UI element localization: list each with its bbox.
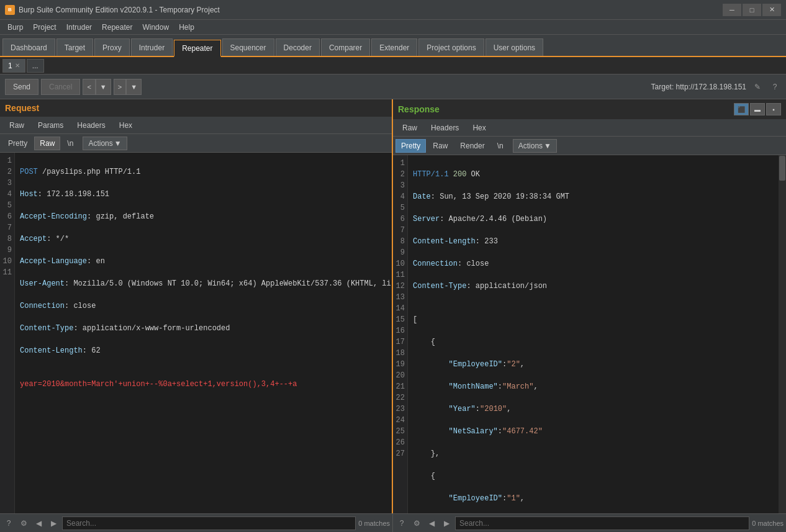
close-tab-1-icon[interactable]: ✕	[15, 62, 20, 69]
request-tab-raw[interactable]: Raw	[2, 119, 31, 132]
response-search-input[interactable]	[455, 516, 749, 530]
request-header: Request	[0, 99, 392, 117]
request-search-settings-icon[interactable]: ⚙	[17, 517, 30, 530]
tab-sequencer[interactable]: Sequencer	[222, 38, 274, 56]
tab-proxy[interactable]: Proxy	[94, 38, 130, 56]
actions-dropdown-icon: ▼	[114, 139, 122, 148]
response-tab-raw[interactable]: Raw	[395, 121, 424, 135]
view-single-button[interactable]: ▪	[766, 103, 781, 115]
response-search-area: ? ⚙ ◀ ▶ 0 matches	[393, 514, 786, 532]
send-button[interactable]: Send	[5, 79, 38, 95]
tab-decoder[interactable]: Decoder	[276, 38, 320, 56]
response-code-content[interactable]: HTTP/1.1 200 OK Date: Sun, 13 Sep 2020 1…	[408, 155, 786, 513]
tab-target[interactable]: Target	[56, 38, 93, 56]
tab-repeater[interactable]: Repeater	[174, 40, 220, 57]
response-matches-label: 0 matches	[752, 520, 784, 527]
request-code-area[interactable]: 1 2 3 4 5 6 7 8 9 10 11 POST /payslips.p…	[0, 153, 392, 513]
response-panel: Response ⬛ ▬ ▪ Raw Headers Hex Pretty Ra…	[393, 99, 786, 513]
edit-target-button[interactable]: ✎	[751, 81, 764, 93]
request-tab-headers[interactable]: Headers	[70, 119, 112, 132]
nav-prev-group: < ▼	[83, 79, 111, 95]
request-search-next-icon[interactable]: ▶	[47, 517, 60, 530]
view-split-v-button[interactable]: ⬛	[734, 103, 749, 115]
menu-burp[interactable]: Burp	[2, 22, 28, 33]
response-code-area[interactable]: 1 2 3 4 5 6 7 8 9 10 11 12 13 14 15 16 1…	[393, 155, 786, 513]
response-fmt-pretty[interactable]: Pretty	[395, 139, 426, 153]
request-search-prev-icon[interactable]: ◀	[32, 517, 45, 530]
app-icon: B	[5, 5, 15, 15]
menu-bar: Burp Project Intruder Repeater Window He…	[0, 20, 786, 35]
request-fmt-newline[interactable]: \n	[61, 137, 79, 150]
repeater-tab-bar: 1 ✕ ...	[0, 57, 786, 74]
close-button[interactable]: ✕	[762, 4, 781, 16]
nav-next-group: > ▼	[114, 79, 142, 95]
response-header: Response ⬛ ▬ ▪	[393, 99, 786, 119]
request-line-numbers: 1 2 3 4 5 6 7 8 9 10 11	[0, 153, 15, 513]
request-search-input[interactable]	[62, 516, 356, 530]
request-tab-params[interactable]: Params	[31, 119, 70, 132]
response-title: Response	[398, 104, 440, 114]
response-line-numbers: 1 2 3 4 5 6 7 8 9 10 11 12 13 14 15 16 1…	[393, 155, 408, 513]
request-search-help-icon[interactable]: ?	[2, 517, 15, 530]
request-fmt-raw[interactable]: Raw	[34, 137, 60, 150]
main-tab-bar: Dashboard Target Proxy Intruder Repeater…	[0, 35, 786, 57]
window-title: Burp Suite Community Edition v2020.9.1 -…	[19, 6, 220, 14]
response-fmt-raw[interactable]: Raw	[427, 139, 453, 153]
nav-next-dropdown[interactable]: ▼	[126, 79, 142, 95]
request-format-tabs: Pretty Raw \n Actions ▼	[0, 134, 392, 153]
toolbar: Send Cancel < ▼ > ▼ Target: http://172.1…	[0, 74, 786, 99]
scrollbar-thumb[interactable]	[779, 156, 785, 181]
repeater-tab-1[interactable]: 1 ✕	[2, 59, 25, 73]
minimize-button[interactable]: ─	[723, 4, 741, 16]
cancel-button[interactable]: Cancel	[41, 79, 80, 95]
tab-extender[interactable]: Extender	[371, 38, 417, 56]
request-fmt-pretty[interactable]: Pretty	[2, 137, 33, 150]
menu-project[interactable]: Project	[28, 22, 61, 33]
tab-comparer[interactable]: Comparer	[321, 38, 370, 56]
repeater-tab-new[interactable]: ...	[27, 59, 44, 73]
target-label: Target: http://172.18.198.151	[651, 83, 746, 91]
response-tab-headers[interactable]: Headers	[424, 121, 466, 135]
maximize-button[interactable]: □	[743, 4, 761, 16]
request-sub-tabs: Raw Params Headers Hex	[0, 117, 392, 134]
tab-user-options[interactable]: User options	[486, 38, 543, 56]
request-title: Request	[5, 103, 39, 113]
response-format-tabs: Pretty Raw Render \n Actions ▼	[393, 137, 786, 155]
response-search-prev-icon[interactable]: ◀	[425, 517, 438, 530]
nav-next-button[interactable]: >	[114, 79, 126, 95]
request-tab-hex[interactable]: Hex	[112, 119, 139, 132]
menu-repeater[interactable]: Repeater	[97, 22, 137, 33]
request-search-area: ? ⚙ ◀ ▶ 0 matches	[0, 514, 393, 532]
menu-window[interactable]: Window	[137, 22, 174, 33]
response-actions-dropdown-icon: ▼	[544, 142, 551, 150]
response-scrollbar[interactable]	[779, 155, 786, 513]
tab-dashboard[interactable]: Dashboard	[2, 38, 55, 56]
main-content: Request Raw Params Headers Hex Pretty Ra…	[0, 99, 786, 513]
request-matches-label: 0 matches	[358, 520, 390, 527]
nav-prev-dropdown[interactable]: ▼	[96, 79, 111, 95]
title-bar: B Burp Suite Community Edition v2020.9.1…	[0, 0, 786, 20]
tab-intruder[interactable]: Intruder	[131, 38, 173, 56]
request-panel: Request Raw Params Headers Hex Pretty Ra…	[0, 99, 393, 513]
menu-help[interactable]: Help	[174, 22, 199, 33]
help-button[interactable]: ?	[769, 81, 781, 93]
response-fmt-newline[interactable]: \n	[492, 139, 509, 153]
response-fmt-render[interactable]: Render	[454, 139, 490, 153]
response-search-settings-icon[interactable]: ⚙	[410, 517, 423, 530]
nav-prev-button[interactable]: <	[83, 79, 95, 95]
menu-intruder[interactable]: Intruder	[61, 22, 97, 33]
request-code-content[interactable]: POST /payslips.php HTTP/1.1 Host: 172.18…	[15, 153, 392, 513]
window-controls: ─ □ ✕	[723, 4, 781, 16]
target-info: Target: http://172.18.198.151 ✎ ?	[651, 81, 781, 93]
response-actions-button[interactable]: Actions ▼	[513, 139, 557, 153]
view-toggle: ⬛ ▬ ▪	[734, 103, 781, 115]
response-sub-tabs: Raw Headers Hex	[393, 119, 786, 137]
view-split-h-button[interactable]: ▬	[750, 103, 765, 115]
tab-project-options[interactable]: Project options	[418, 38, 484, 56]
response-search-next-icon[interactable]: ▶	[440, 517, 453, 530]
request-actions-button[interactable]: Actions ▼	[83, 137, 127, 150]
bottom-bar: ? ⚙ ◀ ▶ 0 matches ? ⚙ ◀ ▶ 0 matches	[0, 513, 786, 532]
response-tab-hex[interactable]: Hex	[466, 121, 492, 135]
response-search-help-icon[interactable]: ?	[395, 517, 408, 530]
